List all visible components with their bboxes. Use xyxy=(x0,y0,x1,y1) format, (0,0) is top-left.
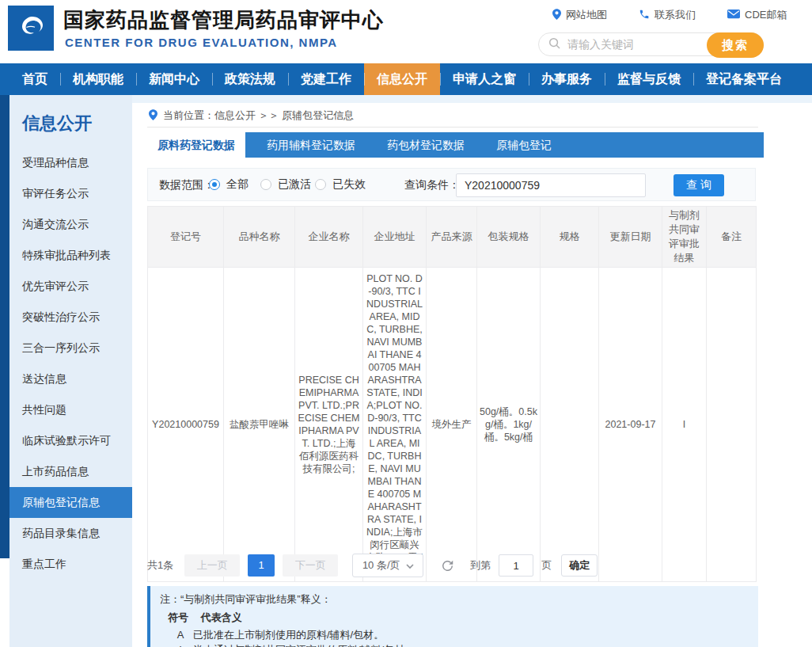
confirm-button[interactable]: 确定 xyxy=(561,554,598,577)
sidebar-item[interactable]: 特殊审批品种列表 xyxy=(9,240,132,271)
cell-variety-name: 盐酸萘甲唑啉 xyxy=(224,268,295,582)
search-button[interactable]: 搜索 xyxy=(707,32,764,58)
filter-bar: 数据范围： 全部 已激活 已失效 查询条件： 查 询 xyxy=(147,168,756,201)
nav-item[interactable]: 新闻中心 xyxy=(136,63,212,95)
col-header: 品种名称 xyxy=(224,207,295,268)
nav-item[interactable]: 登记备案平台 xyxy=(693,63,795,95)
col-header: 企业名称 xyxy=(295,207,363,268)
col-header: 备注 xyxy=(707,207,757,268)
breadcrumb-text: 当前位置：信息公开 ＞＞ 原辅包登记信息 xyxy=(163,108,354,123)
query-button[interactable]: 查 询 xyxy=(674,174,724,196)
location-pin-icon xyxy=(149,109,157,123)
col-header: 登记号 xyxy=(148,207,224,268)
sidebar-item[interactable]: 送达信息 xyxy=(9,363,132,394)
site-title: 国家药品监督管理局药品审评中心 xyxy=(63,6,384,34)
note-header: 符号 代表含义 xyxy=(160,611,758,625)
col-header: 规格 xyxy=(541,207,599,268)
cell-review-result: I xyxy=(662,268,707,582)
radio-selected-icon xyxy=(209,179,220,190)
contact-link[interactable]: 联系我们 xyxy=(639,8,696,22)
search-icon xyxy=(548,37,560,52)
radio-activated[interactable]: 已激活 xyxy=(260,177,311,192)
sitemap-link[interactable]: 网站地图 xyxy=(552,8,607,22)
sidebar-item[interactable]: 上市药品信息 xyxy=(9,456,132,487)
radio-unselected-icon xyxy=(260,179,271,190)
main-nav: 首页 机构职能 新闻中心 政策法规 党建工作 信息公开 申请人之窗 办事服务 监… xyxy=(0,63,812,95)
note-row: A 已批准在上市制剂使用的原料/辅料/包材。 xyxy=(160,627,758,642)
cde-mail-link[interactable]: CDE邮箱 xyxy=(727,8,787,22)
sidebar-item[interactable]: 共性问题 xyxy=(9,394,132,425)
note-row: I 尚未通过与制剂共同审评审批的原料/辅料/包材。 xyxy=(160,642,758,647)
map-pin-icon xyxy=(552,9,561,22)
legend-note: 注：“与制剂共同审评审批结果”释义： 符号 代表含义 A 已批准在上市制剂使用的… xyxy=(147,586,758,647)
sidebar-item[interactable]: 突破性治疗公示 xyxy=(9,302,132,333)
site-search: 搜索 xyxy=(538,32,764,56)
query-input[interactable] xyxy=(456,173,646,197)
phone-icon xyxy=(639,9,650,22)
note-title: 注：“与制剂共同审评审批结果”释义： xyxy=(160,592,758,607)
nav-item[interactable]: 政策法规 xyxy=(212,63,288,95)
nav-item-active[interactable]: 信息公开 xyxy=(364,63,440,95)
header-links: 网站地图 联系我们 CDE邮箱 xyxy=(552,8,787,22)
cell-registration-no: Y20210000759 xyxy=(148,268,224,582)
site-header: 国家药品监督管理局药品审评中心 CENTER FOR DRUG EVALUATI… xyxy=(0,0,812,63)
tab[interactable]: 药包材登记数据 xyxy=(377,132,475,158)
sidebar-accent-strip xyxy=(0,95,9,558)
sidebar-item[interactable]: 优先审评公示 xyxy=(9,271,132,302)
tab-active[interactable]: 原料药登记数据 xyxy=(147,132,245,158)
mail-icon xyxy=(727,10,740,21)
nav-item[interactable]: 首页 xyxy=(9,63,60,95)
nav-item[interactable]: 申请人之窗 xyxy=(440,63,529,95)
sidebar-item[interactable]: 受理品种信息 xyxy=(9,147,132,178)
cell-package-spec: 50g/桶。0.5kg/桶。1kg/桶。5kg/桶 xyxy=(477,268,541,582)
col-header: 更新日期 xyxy=(599,207,662,268)
sidebar-item-active[interactable]: 原辅包登记信息 xyxy=(9,487,132,518)
nav-item[interactable]: 办事服务 xyxy=(529,63,605,95)
cell-remark xyxy=(707,268,757,582)
swallow-logo-icon xyxy=(13,10,48,48)
page-size-select[interactable]: 10 条/页 xyxy=(352,554,423,577)
total-count: 共1条 xyxy=(147,558,173,573)
cell-company-name: PRECISE CHEMIPHARMA PVT. LTD.;PRECISE CH… xyxy=(295,268,363,582)
sidebar-item[interactable]: 审评任务公示 xyxy=(9,178,132,209)
refresh-icon[interactable] xyxy=(441,559,454,573)
search-input[interactable] xyxy=(566,37,696,51)
cell-company-address: PLOT NO. D-90/3, TTC INDUSTRIAL AREA, MI… xyxy=(363,268,427,582)
radio-unselected-icon xyxy=(315,179,326,190)
radio-expired[interactable]: 已失效 xyxy=(315,177,366,192)
sidebar: 信息公开 受理品种信息 审评任务公示 沟通交流公示 特殊审批品种列表 优先审评公… xyxy=(9,95,132,647)
site-subtitle: CENTER FOR DRUG EVALUATION, NMPA xyxy=(65,36,338,49)
col-header: 与制剂共同审评审批结果 xyxy=(662,207,707,268)
tab[interactable]: 药用辅料登记数据 xyxy=(256,132,366,158)
sidebar-item[interactable]: 三合一序列公示 xyxy=(9,333,132,363)
prev-page-button[interactable]: 上一页 xyxy=(184,554,240,577)
goto-label: 到第 xyxy=(470,558,491,573)
sidebar-title: 信息公开 xyxy=(9,108,132,139)
nav-item[interactable]: 机构职能 xyxy=(60,63,136,95)
cell-update-date: 2021-09-17 xyxy=(599,268,662,582)
cell-product-source: 境外生产 xyxy=(427,268,477,582)
goto-suffix: 页 xyxy=(541,558,552,573)
tab[interactable]: 原辅包登记 xyxy=(486,132,562,158)
query-label: 查询条件： xyxy=(404,178,460,192)
sidebar-item[interactable]: 沟通交流公示 xyxy=(9,209,132,240)
cell-spec xyxy=(541,268,599,582)
table-header-row: 登记号 品种名称 企业名称 企业地址 产品来源 包装规格 规格 更新日期 与制剂… xyxy=(148,207,757,268)
nav-item[interactable]: 党建工作 xyxy=(288,63,364,95)
next-page-button[interactable]: 下一页 xyxy=(283,554,338,577)
sidebar-item[interactable]: 药品目录集信息 xyxy=(9,518,132,549)
goto-page-input[interactable] xyxy=(499,554,533,577)
table-row: Y20210000759 盐酸萘甲唑啉 PRECISE CHEMIPHARMA … xyxy=(148,268,757,582)
nav-item[interactable]: 监督与反馈 xyxy=(605,63,693,95)
col-header: 产品来源 xyxy=(427,207,477,268)
sidebar-item[interactable]: 临床试验默示许可 xyxy=(9,425,132,456)
sidebar-item[interactable]: 重点工作 xyxy=(9,549,132,580)
current-page-button[interactable]: 1 xyxy=(248,554,275,577)
page: 国家药品监督管理局药品审评中心 CENTER FOR DRUG EVALUATI… xyxy=(0,0,812,647)
content-top-band xyxy=(132,95,812,103)
data-tabs: 原料药登记数据 药用辅料登记数据 药包材登记数据 原辅包登记 xyxy=(147,132,764,158)
col-header: 企业地址 xyxy=(363,207,427,268)
cde-logo xyxy=(8,6,54,51)
breadcrumb-divider xyxy=(147,127,758,127)
radio-all[interactable]: 全部 xyxy=(209,177,249,192)
